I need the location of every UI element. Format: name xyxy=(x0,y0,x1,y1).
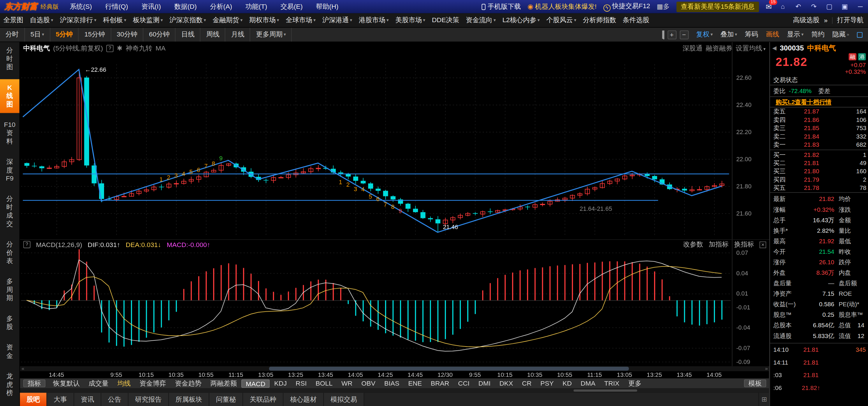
chevrons-right-icon[interactable]: » xyxy=(824,16,828,24)
indicator-button[interactable]: 指标 xyxy=(23,379,45,387)
titlebar-menu-item[interactable]: 系统(S) xyxy=(70,2,92,11)
period-button[interactable]: 5日▾ xyxy=(25,28,50,41)
period-button[interactable]: 60分钟 xyxy=(144,28,176,41)
scrollbar-thumb[interactable] xyxy=(269,367,629,370)
macd-chart-canvas[interactable] xyxy=(20,240,770,366)
lock-icon[interactable] xyxy=(662,31,664,38)
bottom-tab[interactable]: 核心题材 xyxy=(283,393,324,406)
indicator-button[interactable]: WR xyxy=(337,379,357,387)
indicator-button[interactable]: DMA xyxy=(576,379,600,387)
bottom-tab[interactable]: 股吧 xyxy=(20,393,47,406)
indicator-button[interactable]: MACD xyxy=(241,379,270,387)
period-button[interactable]: 月线 xyxy=(226,28,250,41)
shenzhen-connect-link[interactable]: 深股通 xyxy=(683,44,703,53)
period-button[interactable]: 5分钟 xyxy=(50,28,79,41)
settings-gear-icon[interactable]: ✱ xyxy=(117,44,122,52)
indicator-button[interactable]: BIAS xyxy=(380,379,404,387)
indicator-button[interactable]: 两融差额 xyxy=(206,379,242,388)
period-button[interactable]: 30分钟 xyxy=(111,28,144,41)
l2-purchase-link[interactable]: 购买L2查看十档行情 xyxy=(770,96,868,107)
chart-tool-button[interactable]: 复权▾ xyxy=(696,30,713,39)
titlebar-menu-item[interactable]: 功能(T) xyxy=(245,2,267,11)
bottom-tab[interactable]: 大事 xyxy=(47,393,74,406)
sidebar-item[interactable]: 分 时 图 xyxy=(0,42,19,76)
chart-tool-button[interactable]: 隐藏» xyxy=(832,30,849,39)
bottom-tab[interactable]: 公告 xyxy=(101,393,128,406)
scroll-left-icon[interactable]: « xyxy=(22,366,25,371)
window-icon[interactable]: ▢ xyxy=(825,3,834,10)
titlebar-menu-item[interactable]: 分析(A) xyxy=(210,2,232,11)
indicator-button[interactable]: BRAR xyxy=(427,379,454,387)
sidebar-item[interactable]: 龙 虎 榜 xyxy=(0,368,19,402)
indicator-button[interactable]: CCI xyxy=(454,379,474,387)
menubar-item[interactable]: 板块监测▾ xyxy=(130,16,166,25)
chart-tool-button[interactable]: 筹码 xyxy=(745,30,758,39)
zoom-out-button[interactable]: − xyxy=(679,30,688,39)
menubar-item[interactable]: 金融期货▾ xyxy=(209,16,246,25)
menubar-item[interactable]: 资金流向▾ xyxy=(463,16,499,25)
monitor-icon[interactable]: ▣ xyxy=(840,3,849,10)
mobile-download-button[interactable]: 手机版下载 xyxy=(482,2,521,11)
help-icon[interactable]: ? xyxy=(23,241,31,248)
indicator-button[interactable]: CR xyxy=(517,379,536,387)
sidebar-item[interactable]: 多 股 xyxy=(0,310,19,336)
hot-news-link[interactable]: ◉机器人板块集体爆发! xyxy=(528,2,597,11)
menubar-item[interactable]: 沪深京排行▾ xyxy=(57,16,100,25)
bottom-tab[interactable]: 资讯 xyxy=(74,393,101,406)
macd-link[interactable]: 加指标 xyxy=(709,240,728,249)
macd-link[interactable]: 换指标 xyxy=(734,240,754,249)
bottom-tab[interactable]: 关联品种 xyxy=(243,393,284,406)
period-button[interactable]: 分时 xyxy=(0,28,25,41)
message-ticker[interactable]: 查看新美星等15条新消息 xyxy=(676,1,759,12)
indicator-button[interactable]: 恢复默认 xyxy=(49,379,84,388)
titlebar-menu-item[interactable]: 行情(Q) xyxy=(105,2,128,11)
sidebar-item[interactable]: 多 周 期 xyxy=(0,273,19,307)
scroll-right-icon[interactable]: » xyxy=(765,366,768,371)
titlebar-menu-item[interactable]: 资讯(I) xyxy=(142,2,161,11)
advanced-stock-pick-button[interactable]: 高级选股 xyxy=(793,16,819,25)
titlebar-menu-item[interactable]: 数据(D) xyxy=(174,2,197,11)
margin-trading-link[interactable]: 融资融券 xyxy=(706,44,733,53)
menubar-item[interactable]: 个股风云▾ xyxy=(543,16,580,25)
home-icon[interactable]: ⌂ xyxy=(778,3,787,10)
indicator-button[interactable]: DKX xyxy=(495,379,517,387)
bottom-tab[interactable]: 研究报告 xyxy=(128,393,169,406)
menubar-item[interactable]: 条件选股 xyxy=(619,16,653,25)
indicator-button[interactable]: KD xyxy=(558,379,576,387)
menubar-item[interactable]: 美股市场▾ xyxy=(392,16,429,25)
sidebar-item[interactable]: 分 价 表 xyxy=(0,236,19,270)
menubar-item[interactable]: 全球市场▾ xyxy=(282,16,319,25)
menubar-item[interactable]: 沪深京指数▾ xyxy=(166,16,209,25)
indicator-button[interactable]: 成交量 xyxy=(84,379,113,388)
mail-icon[interactable]: ✉15 xyxy=(766,3,772,11)
quick-trade-button[interactable]: ϟ快捷交易F12 xyxy=(603,2,650,12)
macd-link[interactable]: 改参数 xyxy=(683,240,703,249)
period-button[interactable]: 15分钟 xyxy=(79,28,111,41)
ma-settings-link[interactable]: 设置均线▾ xyxy=(736,44,766,53)
zoom-in-button[interactable]: + xyxy=(668,30,676,39)
menubar-item[interactable]: 自选股▾ xyxy=(27,16,57,25)
minimize-icon[interactable]: ─ xyxy=(856,3,865,10)
menubar-item[interactable]: 科创板▾ xyxy=(100,16,130,25)
chart-tool-button[interactable]: 画线 xyxy=(766,30,779,39)
indicator-button[interactable]: PSY xyxy=(536,379,558,387)
period-button[interactable]: 日线 xyxy=(176,28,200,41)
indicator-button[interactable]: RSI xyxy=(291,379,311,387)
price-chart-canvas[interactable] xyxy=(20,42,770,239)
indicator-button[interactable]: DMI xyxy=(474,379,495,387)
indicator-button[interactable]: OBV xyxy=(357,379,380,387)
menubar-item[interactable]: 沪深港通▾ xyxy=(319,16,355,25)
sidebar-item[interactable]: 资 金 xyxy=(0,339,19,364)
sidebar-item[interactable]: 分 时 成 交 xyxy=(0,191,19,232)
help-icon[interactable]: ? xyxy=(106,45,114,52)
bottom-tab[interactable]: 问董秘 xyxy=(209,393,243,406)
collapse-panel-arrow[interactable]: ◀ xyxy=(772,45,777,51)
undo-icon[interactable]: ↶ xyxy=(794,3,803,10)
fullscreen-icon[interactable] xyxy=(857,32,863,37)
chart-hscrollbar[interactable]: « » xyxy=(20,366,770,371)
expand-panel-icon[interactable]: ⊞ xyxy=(758,393,770,406)
indicator-button[interactable]: 模板 xyxy=(744,379,766,387)
menubar-item[interactable]: 全景图 xyxy=(0,16,27,25)
indicator-button[interactable]: 更多 xyxy=(624,379,646,388)
period-button[interactable]: 更多周期▾ xyxy=(250,28,292,41)
